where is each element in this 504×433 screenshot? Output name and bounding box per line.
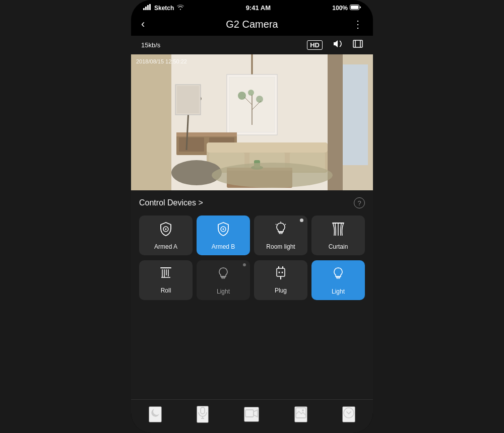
device-label-room-light: Room light: [266, 243, 295, 250]
section-title[interactable]: Control Devices >: [139, 198, 203, 207]
svg-rect-64: [160, 267, 171, 268]
device-grid-row2: Roll Light: [139, 260, 365, 300]
svg-rect-80: [201, 407, 205, 414]
svg-point-76: [279, 272, 280, 273]
video-camera-button[interactable]: [244, 407, 259, 422]
device-label-roll: Roll: [161, 287, 171, 294]
curtain-icon: [331, 222, 345, 239]
time-display: 9:41 AM: [246, 4, 271, 12]
svg-point-77: [282, 272, 283, 273]
svg-rect-2: [147, 5, 149, 10]
video-timestamp: 2018/08/15 12:50:22: [136, 58, 187, 64]
shield-icon-a: [159, 222, 173, 239]
svg-rect-51: [177, 86, 199, 113]
section-header: Control Devices > ?: [139, 197, 365, 208]
device-label-curtain: Curtain: [329, 243, 348, 250]
svg-point-52: [212, 163, 333, 188]
device-light3[interactable]: Light: [311, 260, 365, 300]
moon-icon: [150, 407, 161, 421]
device-room-light[interactable]: Room light: [254, 215, 307, 255]
svg-rect-58: [279, 233, 282, 234]
carrier-label: Sketch: [154, 5, 174, 12]
microphone-button[interactable]: [197, 406, 209, 423]
room-light-dot: [300, 219, 303, 222]
bulb-icon-2: [217, 266, 230, 284]
more-options-button[interactable]: [342, 406, 355, 422]
device-label-light3: Light: [332, 288, 345, 295]
svg-rect-71: [222, 277, 225, 278]
device-armed-a[interactable]: Armed A: [139, 215, 193, 255]
svg-rect-83: [245, 410, 254, 417]
svg-rect-5: [351, 6, 358, 9]
bulb-icon-3: [332, 266, 345, 284]
svg-rect-13: [328, 54, 343, 190]
svg-line-61: [285, 224, 286, 225]
device-label-light2: Light: [217, 288, 230, 295]
phone-frame: Sketch 9:41 AM 100% ‹ G2 Ca: [131, 0, 373, 433]
roll-icon: [159, 266, 172, 283]
svg-rect-72: [277, 268, 285, 276]
svg-point-32: [256, 96, 263, 103]
svg-rect-79: [337, 277, 340, 278]
status-bar: Sketch 9:41 AM 100%: [131, 0, 373, 14]
video-feed: 2018/08/15 12:50:22: [131, 54, 373, 190]
svg-rect-36: [179, 137, 204, 152]
light2-dot: [243, 263, 246, 266]
volume-icon[interactable]: [333, 40, 343, 50]
bitrate-label: 15kb/s: [141, 41, 297, 49]
svg-rect-39: [207, 142, 328, 153]
plug-icon: [274, 266, 287, 283]
page-title: G2 Camera: [156, 19, 348, 30]
device-label-plug: Plug: [275, 287, 287, 294]
control-devices-section: Control Devices > ? Armed A: [131, 190, 373, 399]
device-grid-row1: Armed A Armed B: [139, 215, 365, 255]
shield-icon-b: [216, 222, 230, 239]
moon-button[interactable]: [149, 406, 162, 422]
status-left: Sketch: [143, 4, 184, 12]
signal-icon: [143, 4, 151, 12]
svg-rect-35: [176, 132, 237, 136]
svg-rect-1: [145, 7, 147, 10]
svg-rect-9: [131, 54, 171, 190]
video-camera-icon: [245, 408, 258, 421]
status-right: 100%: [332, 5, 361, 12]
svg-rect-6: [353, 40, 362, 47]
svg-rect-3: [149, 4, 151, 10]
more-button[interactable]: ⋮: [348, 18, 363, 30]
svg-point-85: [302, 409, 304, 411]
bottom-toolbar: [131, 399, 373, 433]
svg-rect-0: [143, 8, 145, 10]
device-light2[interactable]: Light: [197, 260, 250, 300]
header: ‹ G2 Camera ⋮: [131, 14, 373, 36]
quality-badge: HD: [307, 40, 323, 50]
fullscreen-icon[interactable]: [353, 40, 363, 50]
svg-point-33: [248, 90, 254, 96]
svg-point-56: [223, 229, 224, 230]
svg-point-86: [344, 408, 354, 418]
microphone-icon: [198, 407, 208, 422]
device-label-armed-b: Armed B: [212, 243, 235, 250]
svg-rect-62: [332, 223, 344, 224]
bulb-icon-room: [274, 222, 287, 239]
chevron-down-icon: [343, 407, 354, 421]
device-plug[interactable]: Plug: [254, 260, 307, 300]
battery-icon: [350, 5, 361, 12]
wifi-icon: [177, 5, 184, 12]
svg-point-31: [238, 92, 246, 100]
controls-bar: 15kb/s HD: [131, 36, 373, 54]
svg-line-60: [276, 224, 277, 225]
gallery-icon: [295, 407, 306, 421]
device-label-armed-a: Armed A: [154, 243, 177, 250]
device-curtain[interactable]: Curtain: [311, 215, 365, 255]
svg-point-54: [165, 229, 167, 230]
help-icon[interactable]: ?: [354, 197, 365, 208]
device-armed-b[interactable]: Armed B: [197, 215, 250, 255]
device-roll[interactable]: Roll: [139, 260, 193, 300]
battery-label: 100%: [332, 5, 348, 12]
back-button[interactable]: ‹: [141, 18, 156, 31]
gallery-button[interactable]: [294, 406, 307, 422]
